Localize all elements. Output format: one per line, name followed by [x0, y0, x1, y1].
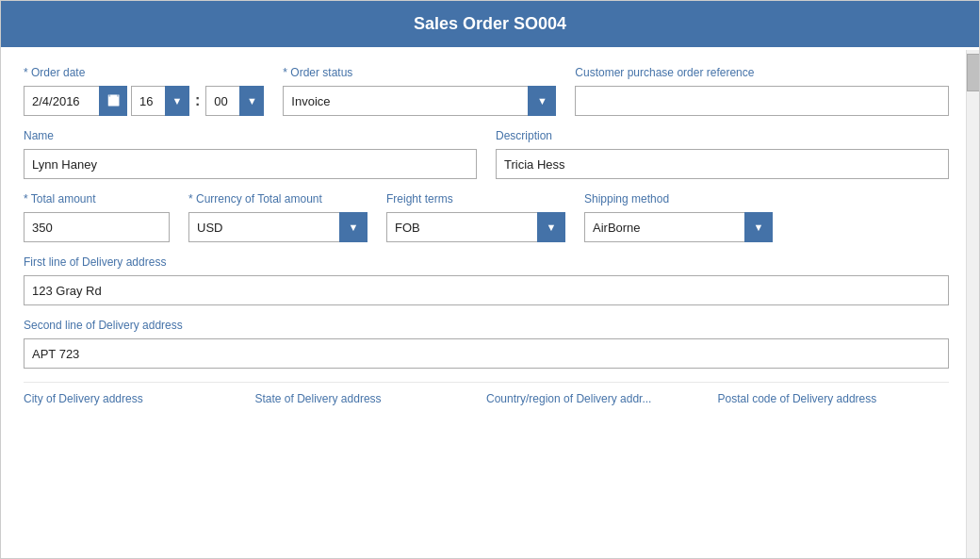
shipping-method-select-wrap: AirBorne Ground Express Standard Overnig… — [584, 212, 773, 242]
cpo-ref-input[interactable] — [575, 86, 949, 116]
freight-terms-select[interactable]: FOB CIF EXW DDP DAP — [386, 212, 565, 242]
total-amount-input[interactable] — [24, 212, 170, 242]
currency-section: Currency of Total amount USD EUR GBP JPY… — [188, 192, 368, 242]
time-hour-select-wrap: 16 0 1 8 9 12 — [131, 86, 189, 116]
scrollbar-thumb[interactable] — [967, 54, 980, 91]
order-status-select[interactable]: Invoice Draft Confirmed Done Cancelled — [283, 86, 556, 116]
delivery-address1-label: First line of Delivery address — [24, 255, 949, 269]
time-colon: : — [193, 86, 202, 116]
shipping-method-label: Shipping method — [584, 192, 773, 206]
description-section: Description — [496, 129, 949, 179]
bottom-labels-row: City of Delivery address State of Delive… — [24, 382, 949, 407]
form-content: Order date 16 0 1 8 9 12 — [1, 47, 979, 558]
country-label: Country/region of Delivery addr... — [486, 392, 718, 405]
postal-label: Postal code of Delivery address — [718, 392, 950, 405]
row-3: Total amount Currency of Total amount US… — [24, 192, 949, 242]
total-amount-label: Total amount — [24, 192, 170, 206]
delivery-address1-input[interactable] — [24, 275, 949, 305]
date-input-wrap — [24, 86, 127, 116]
scrollbar-track[interactable] — [966, 50, 979, 558]
window-title: Sales Order SO004 — [414, 14, 566, 33]
order-status-section: Order status Invoice Draft Confirmed Don… — [283, 66, 556, 116]
shipping-method-select[interactable]: AirBorne Ground Express Standard Overnig… — [584, 212, 773, 242]
date-group: 16 0 1 8 9 12 : 00 15 — [24, 86, 264, 116]
city-label: City of Delivery address — [24, 392, 255, 405]
calendar-button[interactable] — [99, 86, 127, 116]
description-label: Description — [496, 129, 949, 142]
total-amount-section: Total amount — [24, 192, 170, 242]
delivery-address2-input[interactable] — [24, 338, 949, 369]
description-input[interactable] — [496, 149, 949, 179]
title-bar: Sales Order SO004 — [1, 1, 979, 47]
row-1: Order date 16 0 1 8 9 12 — [24, 66, 949, 116]
name-input[interactable] — [24, 149, 477, 179]
name-label: Name — [24, 129, 477, 142]
cpo-ref-section: Customer purchase order reference — [575, 66, 949, 116]
cpo-ref-label: Customer purchase order reference — [575, 66, 949, 79]
freight-terms-section: Freight terms FOB CIF EXW DDP DAP — [386, 192, 565, 242]
time-minute-select-wrap: 00 15 30 45 — [205, 86, 264, 116]
delivery-address2-label: Second line of Delivery address — [24, 319, 949, 332]
freight-terms-select-wrap: FOB CIF EXW DDP DAP — [386, 212, 565, 242]
currency-label: Currency of Total amount — [188, 192, 368, 206]
currency-select[interactable]: USD EUR GBP JPY CAD — [188, 212, 368, 242]
time-hour-select[interactable]: 16 0 1 8 9 12 — [131, 86, 189, 116]
delivery-address1-section: First line of Delivery address — [24, 255, 949, 305]
name-section: Name — [24, 129, 477, 179]
row-2: Name Description — [24, 129, 949, 179]
currency-select-wrap: USD EUR GBP JPY CAD — [188, 212, 368, 242]
order-date-section: Order date 16 0 1 8 9 12 — [24, 66, 264, 116]
main-window: Sales Order SO004 Order date 16 0 — [0, 0, 980, 559]
order-status-select-wrap: Invoice Draft Confirmed Done Cancelled — [283, 86, 556, 116]
time-minute-select[interactable]: 00 15 30 45 — [205, 86, 264, 116]
freight-terms-label: Freight terms — [386, 192, 565, 206]
order-status-label: Order status — [283, 66, 556, 79]
state-label: State of Delivery address — [255, 392, 487, 405]
shipping-method-section: Shipping method AirBorne Ground Express … — [584, 192, 773, 242]
order-date-label: Order date — [24, 66, 264, 79]
delivery-address2-section: Second line of Delivery address — [24, 319, 949, 369]
